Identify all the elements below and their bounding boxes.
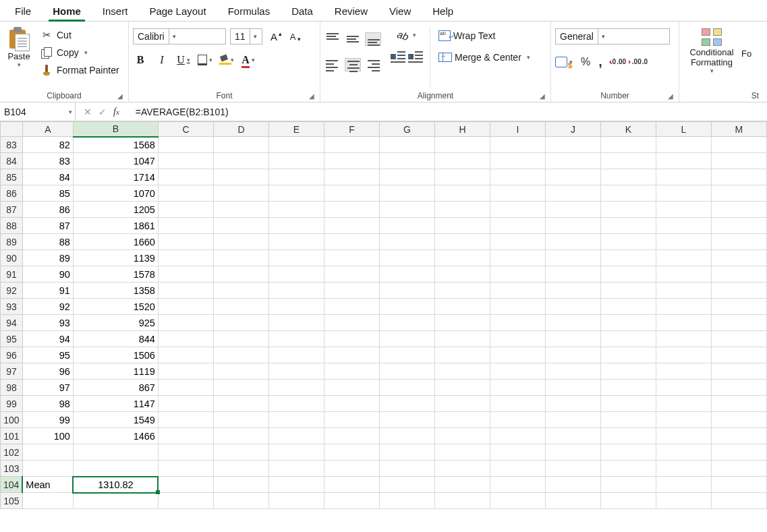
cell[interactable] (268, 380, 324, 396)
cell[interactable] (656, 331, 711, 347)
cell[interactable] (490, 380, 546, 396)
cell[interactable] (324, 428, 380, 444)
column-header[interactable]: F (324, 122, 380, 137)
dialog-launcher-icon[interactable]: ◢ (309, 92, 314, 100)
cell[interactable] (656, 202, 711, 218)
cell[interactable] (268, 412, 324, 428)
cell[interactable] (268, 283, 324, 299)
cell[interactable] (379, 363, 434, 380)
cell[interactable] (545, 428, 600, 444)
cell[interactable] (213, 315, 268, 331)
cell[interactable] (379, 380, 434, 396)
cell[interactable] (268, 266, 324, 283)
copy-button[interactable]: Copy ▾ (38, 45, 122, 61)
cell[interactable] (545, 153, 600, 169)
cell[interactable] (545, 315, 600, 331)
row-header[interactable]: 103 (1, 461, 23, 477)
cell[interactable] (656, 137, 711, 153)
chevron-down-icon[interactable]: ▾ (598, 29, 608, 44)
cell[interactable] (435, 461, 490, 477)
cell[interactable] (490, 185, 546, 202)
row-header[interactable]: 101 (1, 428, 23, 444)
row-header[interactable]: 99 (1, 396, 23, 412)
cell[interactable]: 87 (22, 218, 73, 234)
conditional-formatting-button[interactable]: Conditional Formatting ▾ (683, 24, 740, 74)
align-left-button[interactable] (324, 58, 341, 71)
cell[interactable] (711, 412, 766, 428)
cell[interactable] (379, 428, 434, 444)
cell[interactable]: 1047 (73, 153, 158, 169)
cell[interactable] (213, 283, 268, 299)
cell[interactable]: 100 (22, 428, 73, 444)
row-header[interactable]: 97 (1, 363, 23, 380)
merge-center-button[interactable]: Merge & Center ▾ (437, 50, 532, 65)
cell[interactable] (545, 331, 600, 347)
cell[interactable] (435, 218, 490, 234)
column-header[interactable]: H (435, 122, 490, 137)
cell[interactable] (435, 493, 490, 509)
cell[interactable] (656, 283, 711, 299)
dialog-launcher-icon[interactable]: ◢ (117, 92, 123, 100)
cell[interactable] (600, 202, 656, 218)
cell[interactable] (158, 234, 213, 250)
cell[interactable] (268, 315, 324, 331)
cell[interactable] (379, 412, 434, 428)
cell[interactable] (711, 266, 766, 283)
orientation-button[interactable]: ab (396, 28, 410, 42)
cell[interactable] (490, 363, 546, 380)
align-center-button[interactable] (345, 58, 361, 71)
chevron-down-icon[interactable]: ▾ (209, 57, 212, 63)
cell[interactable] (213, 493, 268, 509)
row-header[interactable]: 94 (1, 315, 23, 331)
cell[interactable] (600, 363, 656, 380)
cell[interactable] (379, 202, 434, 218)
cell[interactable] (268, 153, 324, 169)
cell[interactable] (268, 363, 324, 380)
chevron-down-icon[interactable]: ▾ (413, 32, 416, 38)
cell[interactable] (600, 380, 656, 396)
sheet-area[interactable]: ABCDEFGHIJKLM 83821568848310478584171486… (0, 121, 767, 509)
column-header[interactable]: J (545, 122, 600, 137)
cell[interactable] (268, 169, 324, 185)
cell[interactable] (268, 477, 324, 493)
cell[interactable]: 94 (22, 331, 73, 347)
confirm-edit-icon[interactable]: ✓ (98, 107, 107, 117)
cell[interactable] (711, 363, 766, 380)
accounting-format-button[interactable]: ▾ (555, 57, 573, 67)
cell[interactable] (158, 412, 213, 428)
cell[interactable] (268, 299, 324, 315)
cell[interactable] (379, 266, 434, 283)
cell[interactable] (435, 363, 490, 380)
cell[interactable] (324, 234, 380, 250)
chevron-down-icon[interactable]: ▾ (18, 61, 21, 68)
cell[interactable] (435, 250, 490, 266)
cell[interactable] (379, 137, 434, 153)
cell[interactable]: 1714 (73, 169, 158, 185)
column-header[interactable]: A (22, 122, 73, 137)
row-header[interactable]: 84 (1, 153, 23, 169)
cell[interactable] (711, 202, 766, 218)
cell[interactable] (379, 315, 434, 331)
cell[interactable] (435, 299, 490, 315)
cell[interactable] (600, 315, 656, 331)
row-header[interactable]: 102 (1, 444, 23, 461)
cell[interactable] (158, 185, 213, 202)
cell[interactable] (490, 477, 546, 493)
tab-formulas[interactable]: Formulas (217, 1, 281, 21)
cell[interactable] (600, 412, 656, 428)
cell[interactable] (711, 493, 766, 509)
cell[interactable]: 93 (22, 315, 73, 331)
cell[interactable]: 1310.82 (73, 477, 158, 493)
cell[interactable] (268, 347, 324, 363)
cell[interactable] (213, 380, 268, 396)
cell[interactable] (545, 412, 600, 428)
cell[interactable] (268, 396, 324, 412)
cell[interactable] (158, 299, 213, 315)
cell[interactable] (435, 185, 490, 202)
cell[interactable] (213, 477, 268, 493)
cell[interactable] (379, 444, 434, 461)
cell[interactable] (158, 202, 213, 218)
cell[interactable] (656, 299, 711, 315)
increase-decimal-button[interactable] (610, 58, 624, 65)
cell[interactable] (600, 444, 656, 461)
